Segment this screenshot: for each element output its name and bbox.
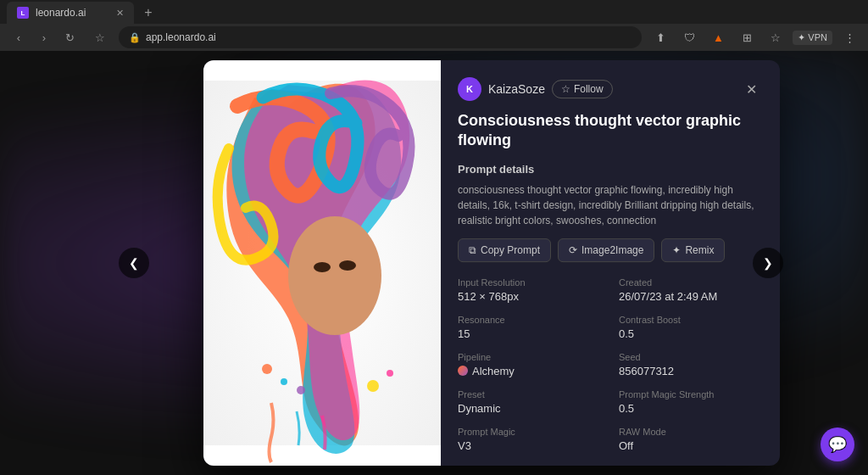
copy-icon: ⧉ [469, 244, 476, 256]
modal-header: K KaizaSoze ☆ Follow ✕ [458, 77, 763, 101]
created-label: Created [619, 277, 763, 288]
right-arrow-icon: ❯ [763, 256, 773, 270]
alchemy-icon [458, 366, 468, 376]
copy-prompt-label: Copy Prompt [481, 244, 540, 256]
username: KaizaSoze [488, 82, 545, 96]
contrast-boost-label: Contrast Boost [619, 315, 763, 325]
nav-bar: ‹ › ↻ ☆ 🔒 app.leonardo.ai ⬆ 🛡 ▲ ⊞ ☆ ✦ VP… [0, 24, 868, 51]
artwork-image [203, 60, 441, 466]
input-resolution-value: 512 × 768px [458, 290, 602, 303]
chat-icon: 💬 [828, 435, 847, 454]
prompt-magic-strength-item: Prompt Magic Strength 0.5 [619, 389, 763, 415]
contrast-boost-value: 0.5 [619, 327, 763, 340]
info-panel: K KaizaSoze ☆ Follow ✕ Consciousness tho… [441, 60, 780, 466]
image-panel [203, 60, 441, 466]
action-buttons: ⧉ Copy Prompt ⟳ Image2Image ✦ Remix [458, 238, 763, 262]
image2image-icon: ⟳ [569, 244, 577, 256]
address-bar[interactable]: 🔒 app.leonardo.ai [119, 26, 642, 48]
pipeline-label: Pipeline [458, 352, 602, 362]
remix-button[interactable]: ✦ Remix [661, 238, 725, 262]
raw-mode-label: RAW Mode [619, 427, 763, 437]
prompt-text: consciousness thought vector graphic flo… [458, 182, 763, 228]
follow-button[interactable]: ☆ Follow [552, 80, 613, 98]
back-button[interactable]: ‹ [7, 25, 31, 49]
share-button[interactable]: ⬆ [648, 25, 672, 49]
avatar-initials: K [466, 84, 473, 94]
remix-icon: ✦ [672, 244, 681, 256]
input-resolution-item: Input Resolution 512 × 768px [458, 277, 602, 303]
resonance-value: 15 [458, 327, 602, 340]
lock-icon: 🔒 [129, 32, 141, 43]
new-tab-button[interactable]: + [137, 2, 159, 24]
shield-icon: 🛡 [677, 25, 701, 49]
prev-image-button[interactable]: ❮ [119, 248, 149, 278]
preset-label: Preset [458, 389, 602, 400]
input-resolution-label: Input Resolution [458, 277, 602, 288]
next-image-button[interactable]: ❯ [753, 248, 783, 278]
contrast-boost-item: Contrast Boost 0.5 [619, 315, 763, 340]
seed-value: 856077312 [619, 365, 763, 377]
star-icon[interactable]: ☆ [764, 25, 787, 49]
pipeline-item: Pipeline Alchemy [458, 352, 602, 377]
svg-point-1 [288, 216, 381, 335]
pipeline-value: Alchemy [458, 365, 602, 377]
vpn-badge[interactable]: ✦ VPN [793, 31, 832, 45]
grid-icon[interactable]: ⊞ [735, 25, 759, 49]
created-item: Created 26/07/23 at 2:49 AM [619, 277, 763, 303]
forward-button[interactable]: › [32, 25, 56, 49]
tab-favicon: L [17, 7, 29, 19]
prompt-magic-strength-value: 0.5 [619, 402, 763, 415]
copy-prompt-button[interactable]: ⧉ Copy Prompt [458, 238, 551, 262]
left-arrow-icon: ❮ [129, 256, 139, 270]
svg-point-8 [387, 370, 393, 377]
resonance-label: Resonance [458, 315, 602, 325]
svg-point-2 [314, 262, 331, 272]
svg-point-6 [297, 386, 305, 394]
tab-close-button[interactable]: ✕ [116, 8, 124, 19]
resonance-item: Resonance 15 [458, 315, 602, 340]
close-button[interactable]: ✕ [739, 77, 763, 101]
svg-point-5 [281, 378, 287, 385]
tab-title: leonardo.ai [36, 7, 86, 19]
image-detail-modal: K KaizaSoze ☆ Follow ✕ Consciousness tho… [203, 60, 780, 466]
tab-bar: L leonardo.ai ✕ + [0, 0, 868, 24]
prompt-magic-value: V3 [458, 439, 602, 452]
seed-label: Seed [619, 352, 763, 362]
page-content: ❮ ❯ [0, 51, 868, 475]
follow-star-icon: ☆ [561, 83, 570, 95]
prompt-details-label: Prompt details [458, 163, 763, 176]
created-value: 26/07/23 at 2:49 AM [619, 290, 763, 303]
alert-icon: ▲ [706, 25, 730, 49]
menu-button[interactable]: ⋮ [837, 25, 861, 49]
prompt-magic-label: Prompt Magic [458, 427, 602, 437]
image-title: Consciousness thought vector graphic flo… [458, 111, 763, 151]
url-text: app.leonardo.ai [146, 31, 216, 43]
svg-point-4 [262, 364, 272, 374]
remix-label: Remix [685, 244, 714, 256]
image2image-label: Image2Image [581, 244, 643, 256]
prompt-magic-item: Prompt Magic V3 [458, 427, 602, 452]
nav-right: ⬆ 🛡 ▲ ⊞ ☆ ✦ VPN ⋮ [648, 25, 861, 49]
active-tab[interactable]: L leonardo.ai ✕ [7, 2, 134, 24]
svg-point-7 [367, 380, 379, 392]
seed-item: Seed 856077312 [619, 352, 763, 377]
svg-point-3 [339, 260, 356, 271]
follow-label: Follow [574, 83, 604, 95]
browser-chrome: L leonardo.ai ✕ + ‹ › ↻ ☆ 🔒 app.leonardo… [0, 0, 868, 51]
preset-value: Dynamic [458, 402, 602, 415]
close-icon: ✕ [746, 81, 757, 98]
nav-buttons: ‹ › ↻ [7, 25, 81, 49]
prompt-magic-strength-label: Prompt Magic Strength [619, 389, 763, 400]
refresh-button[interactable]: ↻ [58, 25, 81, 49]
raw-mode-item: RAW Mode Off [619, 427, 763, 452]
meta-grid: Input Resolution 512 × 768px Created 26/… [458, 277, 763, 452]
image2image-button[interactable]: ⟳ Image2Image [558, 238, 654, 262]
chat-bubble-button[interactable]: 💬 [821, 428, 854, 461]
avatar: K [458, 77, 481, 101]
user-info: K KaizaSoze ☆ Follow [458, 77, 613, 101]
bookmark-button[interactable]: ☆ [88, 25, 112, 49]
preset-item: Preset Dynamic [458, 389, 602, 415]
raw-mode-value: Off [619, 439, 763, 452]
